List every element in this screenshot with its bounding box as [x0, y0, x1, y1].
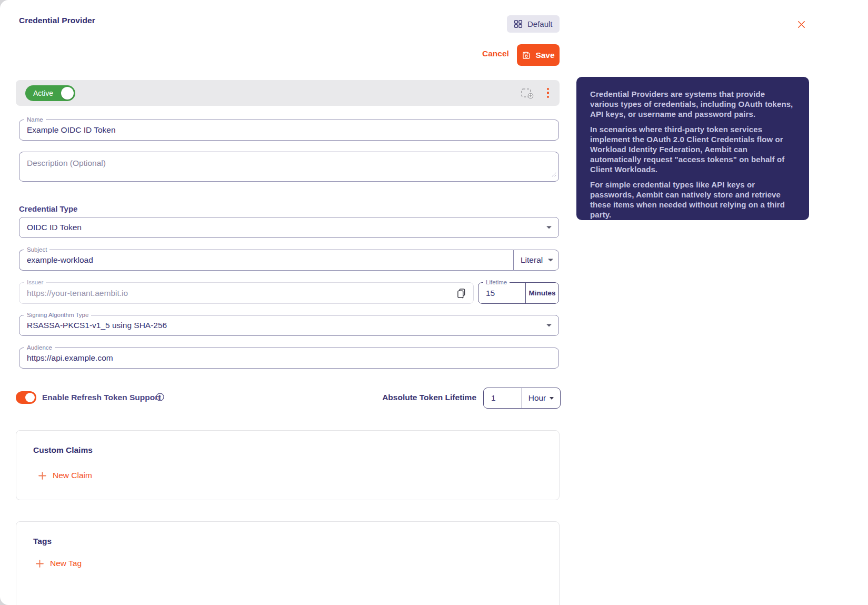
- refresh-token-label: Enable Refresh Token Support: [42, 393, 161, 402]
- chevron-down-icon: [550, 397, 554, 400]
- default-button-label: Default: [527, 19, 553, 28]
- name-field-label: Name: [24, 116, 46, 123]
- cancel-button[interactable]: Cancel: [482, 49, 509, 58]
- signing-algorithm-select[interactable]: Signing Algorithm Type RSASSA-PKCS1-v1_5…: [19, 315, 559, 336]
- default-view-button[interactable]: Default: [507, 15, 560, 33]
- subject-field-label: Subject: [24, 246, 49, 253]
- issuer-field: Issuer: [19, 282, 474, 304]
- lifetime-field: Lifetime 15 Minutes: [478, 282, 559, 304]
- custom-claims-card: Custom Claims New Claim: [16, 430, 560, 500]
- subject-input[interactable]: [19, 250, 514, 270]
- copy-icon: [457, 288, 466, 298]
- active-toggle[interactable]: Active: [25, 85, 75, 101]
- tags-title: Tags: [33, 537, 52, 546]
- absolute-token-lifetime-field: 1 Hour: [483, 388, 561, 409]
- audience-field-label: Audience: [24, 344, 55, 351]
- copy-button[interactable]: [457, 288, 466, 298]
- new-tag-label: New Tag: [50, 559, 82, 568]
- signing-algorithm-label: Signing Algorithm Type: [24, 311, 91, 319]
- credential-provider-dialog: Credential Provider Default Cancel: [0, 0, 868, 605]
- lifetime-unit: Minutes: [526, 283, 558, 303]
- toggle-knob: [61, 87, 74, 100]
- plus-icon: [36, 560, 44, 568]
- description-field: [19, 152, 559, 182]
- name-field: Name: [19, 120, 559, 141]
- info-icon: [156, 393, 164, 401]
- more-options-button[interactable]: [546, 87, 551, 100]
- status-bar: Active: [16, 80, 560, 106]
- active-toggle-label: Active: [25, 89, 53, 97]
- custom-claims-title: Custom Claims: [33, 445, 93, 455]
- chevron-down-icon: [546, 324, 552, 327]
- info-paragraph: For simple credential types like API key…: [590, 180, 795, 220]
- toggle-knob: [25, 393, 35, 402]
- save-icon: [522, 51, 531, 60]
- chevron-down-icon: [546, 226, 552, 229]
- chevron-down-icon: [548, 259, 553, 262]
- unit-value: Hour: [528, 393, 546, 403]
- credential-type-value: OIDC ID Token: [19, 217, 558, 237]
- audience-field: Audience: [19, 348, 559, 369]
- new-claim-label: New Claim: [53, 471, 92, 480]
- refresh-token-toggle[interactable]: [16, 391, 36, 404]
- info-paragraph: In scenarios where third-party token ser…: [590, 124, 795, 174]
- signing-algorithm-value: RSASSA-PKCS1-v1_5 using SHA-256: [19, 315, 558, 335]
- absolute-token-lifetime-unit[interactable]: Hour: [522, 388, 560, 408]
- page-title: Credential Provider: [19, 16, 95, 25]
- tags-card: Tags New Tag: [16, 521, 560, 605]
- plus-icon: [38, 472, 46, 480]
- new-claim-button[interactable]: New Claim: [38, 471, 92, 480]
- kebab-menu-icon: [547, 88, 550, 98]
- save-button-label: Save: [535, 51, 554, 60]
- issuer-field-label: Issuer: [24, 279, 46, 286]
- close-icon: [796, 19, 806, 29]
- save-button[interactable]: Save: [517, 44, 560, 66]
- info-button[interactable]: [156, 393, 164, 401]
- absolute-token-lifetime-value[interactable]: 1: [484, 388, 522, 408]
- issuer-input: [19, 283, 473, 303]
- grid-icon: [514, 19, 523, 28]
- duplicate-add-icon: [521, 87, 534, 99]
- description-input[interactable]: [19, 152, 558, 181]
- duplicate-button[interactable]: [520, 86, 535, 100]
- new-tag-button[interactable]: New Tag: [36, 559, 82, 568]
- info-panel: Credential Providers are systems that pr…: [576, 77, 809, 220]
- subject-field: Subject: [19, 250, 514, 271]
- absolute-token-lifetime-label: Absolute Token Lifetime: [368, 393, 476, 402]
- name-input[interactable]: [19, 120, 558, 140]
- credential-type-label: Credential Type: [19, 204, 77, 213]
- close-button[interactable]: [794, 17, 809, 32]
- lifetime-field-label: Lifetime: [483, 279, 510, 286]
- subject-type-select[interactable]: Literal: [513, 250, 559, 271]
- audience-input[interactable]: [19, 348, 558, 368]
- credential-type-select[interactable]: OIDC ID Token: [19, 217, 559, 238]
- info-paragraph: Credential Providers are systems that pr…: [590, 89, 795, 119]
